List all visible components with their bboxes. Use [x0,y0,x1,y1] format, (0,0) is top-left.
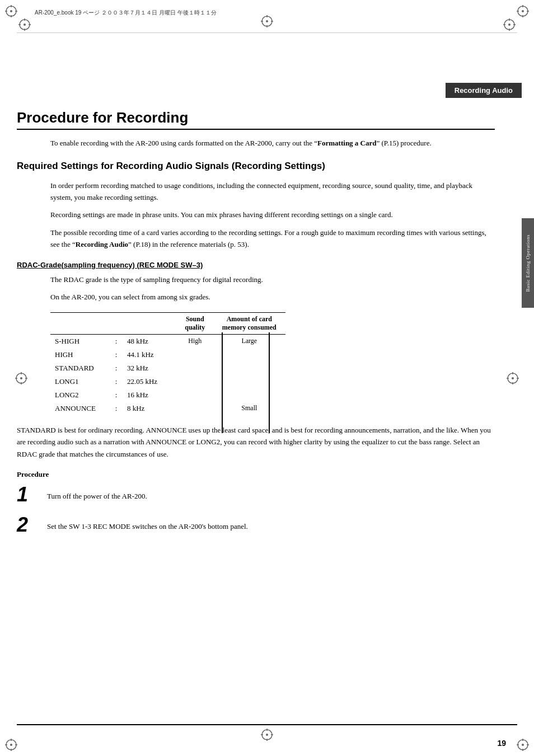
table-row: LONG2 : 16 kHz [50,388,285,402]
th-sep-spacer [111,312,123,334]
step-2-container: 2 Set the SW 1-3 REC MODE switches on th… [17,517,495,535]
sep-announce: : [111,402,123,415]
recording-audio-label: Recording Audio [455,86,513,95]
quality-bar [222,332,223,433]
large-label-standard [213,361,285,375]
corner-reg-tr [516,4,530,18]
step-1-number: 1 [17,485,47,505]
svg-point-13 [10,744,12,746]
sidebar-label: Basic Editing Operations [525,234,531,292]
freq-s-high: 48 kHz [123,334,177,348]
grade-long1: LONG1 [50,375,111,388]
freq-long1: 22.05 kHz [123,375,177,388]
para3-bold: Recording Audio [76,240,128,248]
rdac-table-wrapper: Soundquality Amount of cardmemory consum… [50,312,495,415]
high-label-announce [177,402,213,415]
svg-point-1 [10,10,12,12]
high-label-high [177,348,213,361]
top-center-reg [260,15,274,28]
table-row: LONG1 : 22.05 kHz [50,375,285,388]
recording-audio-box: Recording Audio [446,83,522,98]
corner-reg-tr-inner [503,18,516,31]
page-title: Procedure for Recording [17,109,495,130]
section-heading: Required Settings for Recording Audio Si… [17,159,495,173]
th-sound-quality: Soundquality [177,312,213,334]
large-label-s-high: Large [213,334,285,348]
rdac-table: Soundquality Amount of cardmemory consum… [50,312,285,415]
sep-long2: : [111,388,123,402]
table-row: STANDARD : 32 kHz [50,361,285,375]
sep-standard: : [111,361,123,375]
subsection-text2: On the AR-200, you can select from among… [50,291,495,303]
large-label-long2 [213,388,285,402]
bottom-border [17,724,517,725]
svg-point-43 [266,20,268,22]
intro-bold-text: Formatting a Card [317,139,376,147]
header-file-info: AR-200_e.book 19 ページ ２００３年７月１４日 月曜日 午後１時… [35,8,217,17]
step-1-text: Turn off the power of the AR-200. [47,487,147,502]
svg-point-37 [266,734,268,736]
right-center-reg [506,372,519,385]
large-label-long1 [213,375,285,388]
high-label-long1 [177,375,213,388]
intro-paragraph: To enable recording with the AR-200 usin… [50,138,495,149]
freq-long2: 16 kHz [123,388,177,402]
body-para-2: Recording settings are made in phrase un… [50,209,495,220]
body-para-3: The possible recording time of a card va… [50,227,495,251]
grade-long2: LONG2 [50,388,111,402]
sep-high: : [111,348,123,361]
top-border [17,32,517,33]
table-row: HIGH : 44.1 kHz [50,348,285,361]
th-freq [123,312,177,334]
svg-point-25 [24,24,26,26]
corner-reg-bl [4,738,18,752]
svg-point-31 [508,24,510,26]
svg-point-49 [20,377,22,379]
grade-standard: STANDARD [50,361,111,375]
large-label-high [213,348,285,361]
freq-announce: 8 kHz [123,402,177,415]
high-label-long2 [177,388,213,402]
freq-high: 44.1 kHz [123,348,177,361]
corner-reg-tl [4,4,18,18]
table-row: S-HIGH : 48 kHz High Large [50,334,285,348]
table-row: ANNOUNCE : 8 kHz Small [50,402,285,415]
freq-standard: 32 kHz [123,361,177,375]
svg-point-55 [512,377,514,379]
grade-high: HIGH [50,348,111,361]
step-2-number: 2 [17,515,47,535]
step-2-text: Set the SW 1-3 REC MODE switches on the … [47,517,248,532]
svg-point-7 [522,10,524,12]
grade-s-high: S-HIGH [50,334,111,348]
bottom-center-reg [260,728,274,741]
page-title-container: Procedure for Recording [17,109,495,130]
page-number: 19 [497,739,506,748]
step-1-container: 1 Turn off the power of the AR-200. [17,487,495,505]
body-para-1: In order perform recording matched to us… [50,180,495,204]
corner-reg-tl-inner [18,18,31,31]
subsection-text1: The RDAC grade is the type of sampling f… [50,274,495,285]
corner-reg-br [516,738,530,752]
grade-announce: ANNOUNCE [50,402,111,415]
large-label-announce: Small [213,402,285,415]
sep-long1: : [111,375,123,388]
th-grade [50,312,111,334]
subsection-heading: RDAC-Grade(sampling frequency) (REC MODE… [17,261,495,269]
left-center-reg [15,372,28,385]
svg-point-19 [522,744,524,746]
sidebar-tab: Basic Editing Operations [522,218,534,308]
high-label-s-high: High [177,334,213,348]
procedure-label: Procedure [17,470,495,479]
desc-paragraph: STANDARD is best for ordinary recording.… [17,424,495,460]
memory-bar [269,332,270,433]
th-memory: Amount of cardmemory consumed [213,312,285,334]
high-label-standard [177,361,213,375]
sep-s-high: : [111,334,123,348]
